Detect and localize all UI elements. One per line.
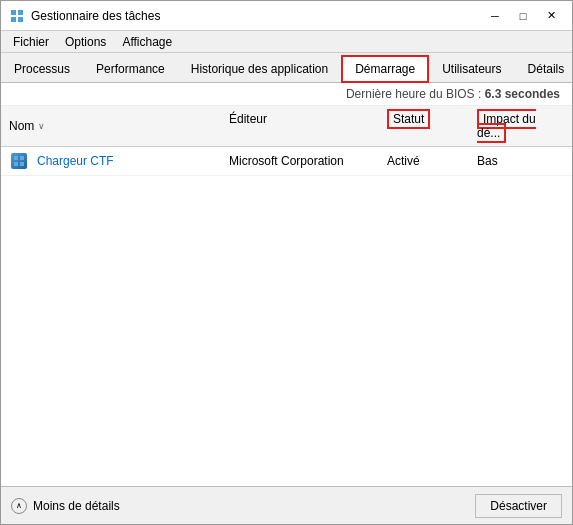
column-header-nom[interactable]: Nom ∨: [1, 110, 221, 142]
maximize-button[interactable]: □: [510, 6, 536, 26]
tab-utilisateurs[interactable]: Utilisateurs: [429, 55, 514, 82]
svg-rect-7: [20, 162, 24, 166]
footer: ∧ Moins de détails Désactiver: [1, 486, 572, 524]
tabs-bar: Processus Performance Historique des app…: [1, 53, 572, 83]
chevron-up-icon: ∧: [11, 498, 27, 514]
svg-rect-6: [14, 162, 18, 166]
tab-historique[interactable]: Historique des application: [178, 55, 341, 82]
row-statut: Activé: [381, 152, 471, 170]
impact-label: Impact du dé...: [477, 109, 536, 143]
svg-rect-2: [11, 17, 16, 22]
menu-affichage[interactable]: Affichage: [114, 33, 180, 50]
column-header-statut[interactable]: Statut: [381, 110, 471, 142]
svg-rect-5: [20, 156, 24, 160]
table-row[interactable]: Chargeur CTF Microsoft Corporation Activ…: [1, 147, 572, 176]
svg-rect-1: [18, 10, 23, 15]
less-details-label: Moins de détails: [33, 499, 120, 513]
column-header-impact[interactable]: Impact du dé...: [471, 110, 572, 142]
title-bar: Gestionnaire des tâches ─ □ ✕: [1, 1, 572, 31]
minimize-button[interactable]: ─: [482, 6, 508, 26]
svg-rect-0: [11, 10, 16, 15]
content-spacer: [1, 176, 572, 486]
svg-rect-3: [18, 17, 23, 22]
tab-performance[interactable]: Performance: [83, 55, 178, 82]
sort-arrow-nom: ∨: [38, 121, 45, 131]
deactivate-button[interactable]: Désactiver: [475, 494, 562, 518]
row-editeur: Microsoft Corporation: [221, 152, 381, 170]
row-nom-text: Chargeur CTF: [37, 154, 114, 168]
window-icon: [9, 8, 25, 24]
window-controls: ─ □ ✕: [482, 6, 564, 26]
menu-options[interactable]: Options: [57, 33, 114, 50]
app-icon: [9, 153, 29, 169]
row-impact: Bas: [471, 152, 572, 170]
less-details-button[interactable]: ∧ Moins de détails: [11, 498, 120, 514]
bios-value: 6.3 secondes: [485, 87, 560, 101]
bios-info: Dernière heure du BIOS : 6.3 secondes: [1, 83, 572, 106]
tab-demarrage[interactable]: Démarrage: [341, 55, 429, 83]
tab-details[interactable]: Détails: [515, 55, 573, 82]
menu-fichier[interactable]: Fichier: [5, 33, 57, 50]
column-header-editeur[interactable]: Éditeur: [221, 110, 381, 142]
close-button[interactable]: ✕: [538, 6, 564, 26]
menu-bar: Fichier Options Affichage: [1, 31, 572, 53]
row-nom: Chargeur CTF: [1, 151, 221, 171]
content-area: Dernière heure du BIOS : 6.3 secondes No…: [1, 83, 572, 486]
bios-label: Dernière heure du BIOS :: [346, 87, 481, 101]
tab-processus[interactable]: Processus: [1, 55, 83, 82]
window-title: Gestionnaire des tâches: [31, 9, 482, 23]
task-manager-window: Gestionnaire des tâches ─ □ ✕ Fichier Op…: [0, 0, 573, 525]
svg-rect-4: [14, 156, 18, 160]
table-header: Nom ∨ Éditeur Statut Impact du dé...: [1, 106, 572, 147]
statut-label: Statut: [387, 109, 430, 129]
